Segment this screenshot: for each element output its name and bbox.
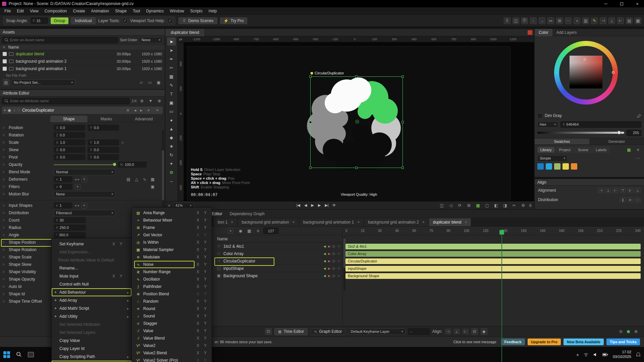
keyframe-layer-dropdown[interactable]: Default Keyframe Layer [348,328,406,335]
individual-button[interactable]: Individual [71,17,96,24]
playhead-grip[interactable] [499,230,504,235]
library-tab[interactable]: Scene [575,147,591,153]
loop-circle-icon[interactable]: ○ [338,274,340,278]
sort-icon[interactable]: ≡ [255,228,261,234]
context-menu-item[interactable]: Add Utility [52,312,131,320]
behaviour-menu-item[interactable]: √ Value X Y [132,327,212,335]
next-keyframe-icon[interactable]: ▶ [328,274,330,278]
next-message-hint[interactable]: Click to see next message [453,340,496,344]
statusbar-button[interactable]: Tips and Tricks [606,339,640,345]
add-input-shape-button[interactable] [82,203,87,208]
align-keys-left-icon[interactable]: ⊣ [445,329,451,334]
scatter-icon[interactable]: ∴ [530,17,537,24]
snapshot-icon[interactable]: ◫ [438,202,445,209]
minimize-button[interactable] [599,0,612,7]
hex-mode-dropdown[interactable]: Hex [537,121,558,128]
color-subtab[interactable]: Swatches [535,138,589,144]
color-swatch[interactable] [554,163,560,170]
menubar-item[interactable]: Scripts [187,7,206,14]
close-tab-icon[interactable] [231,220,233,225]
next-keyframe-icon[interactable]: ▶ [328,267,330,270]
loop-circle-icon[interactable]: ○ [338,252,340,255]
next-keyframe-icon[interactable]: ▶ [328,252,330,255]
context-menu-item[interactable]: Set Keyframe X Y [52,240,131,248]
close-tab-icon[interactable] [292,220,295,225]
align-bottom-icon[interactable]: ⊥ [635,188,641,193]
windows-start-button[interactable] [3,351,10,358]
behaviour-menu-item[interactable]: V² Value2 Blend X Y [132,349,212,357]
selection-handle[interactable] [401,121,404,123]
direct-select-tool[interactable]: ➤ [167,46,176,54]
add-deformer-button[interactable] [82,177,87,182]
context-menu-item[interactable]: Copy Value [52,337,131,345]
behaviour-menu-item[interactable]: ∿ Noise X Y [132,261,212,268]
next-keyframe-icon[interactable]: ▶ [328,245,330,248]
alert-icon[interactable] [528,30,532,35]
selection-handle[interactable] [355,167,358,169]
loop-circle-icon[interactable]: ○ [338,259,340,263]
prev-frame-icon[interactable]: ◀ [304,203,307,207]
asset-row[interactable]: background grid animation 1 30.00fps 192… [0,65,165,72]
context-menu-item[interactable]: Add Behaviour [52,288,131,296]
play-icon[interactable]: ▷ [333,274,335,278]
close-tab-icon[interactable] [357,220,360,225]
eye-icon[interactable]: ◉ [8,108,11,113]
panel-icon[interactable]: ◫ [513,17,519,24]
color-swatch[interactable] [546,163,552,170]
skew-x-field[interactable]: X0.0 [54,147,85,153]
behaviour-menu-item[interactable]: ▦ Material Sampler X Y [132,246,212,253]
snap-angle-input[interactable]: #15 [31,17,48,24]
asset-search-input[interactable]: Enter an Asset name [2,37,118,43]
align-middle-v-icon[interactable]: ⊩ [627,188,633,193]
rows-icon[interactable]: ▤ [626,17,633,24]
attribute-tab[interactable]: Shape [50,116,88,122]
more-icon[interactable]: ⋯ [635,155,641,162]
filters-field[interactable]: ≡0 [54,184,72,190]
hue-selector[interactable] [612,71,614,74]
zoom-plus-icon[interactable]: ⊕ [139,98,145,104]
refresh-icon[interactable]: ⟳ [457,202,463,209]
mask-icon[interactable]: ◨ [502,202,508,209]
dots-grid-icon[interactable]: ⠿ [504,17,511,24]
filter-stack-icon[interactable]: ▣ [149,183,156,190]
editor-tab[interactable]: Dependency Graph [230,212,265,216]
save-icon[interactable]: ▣ [155,79,162,86]
close-button[interactable] [631,0,644,7]
context-menu-item[interactable]: Copy Layer Id [52,345,131,353]
frame-f-icon[interactable]: Ⓕ [521,17,528,24]
asset-row[interactable]: background grid animation 2 30.00fps 192… [0,58,165,65]
skew-y-field[interactable]: Y0.0 [88,147,119,153]
monitor-icon[interactable]: ▢ [484,202,490,209]
distribute-space-icon[interactable]: ⋯ [635,197,641,202]
link-icon[interactable]: ∞ [121,140,124,144]
attribute-layer-bar[interactable]: ▾ ◉ ○ ∷ CircularDuplicator ≡ ◂ ▸ ⌖ [2,107,163,114]
next-keyframe-icon[interactable]: ▶ [328,259,330,263]
jump-end-icon[interactable]: ▶| [325,203,328,207]
twirl-icon[interactable]: ▾ [4,109,6,112]
prev-keyframe-icon[interactable]: ◀ [323,267,326,270]
align-right-icon[interactable]: ⊢ [612,188,619,193]
context-menu-item[interactable]: Set Selected Layers [52,328,131,337]
next-icon[interactable]: ▸ [139,107,143,114]
menubar-item[interactable]: Window [167,7,187,14]
speaker-icon[interactable] [593,353,598,357]
behaviour-menu-item[interactable]: ∫ Pathfinder X Y [132,283,212,290]
sort-order-dropdown[interactable]: None [139,37,163,43]
distribute-v-icon[interactable]: ≡ [627,197,633,202]
loop-icon[interactable]: ⟳ [333,203,336,207]
demo-scenes-button[interactable]: ⠿Demo Scenes [178,17,217,24]
color-chip[interactable] [537,113,542,118]
context-menu-item[interactable]: Add Expression... [52,248,131,256]
alpha-knob[interactable] [617,131,621,134]
opacity-slider[interactable] [54,162,115,168]
behaviour-menu-item[interactable]: ≑ Round X Y [132,305,212,312]
add-filter-button[interactable] [75,184,80,190]
group-button[interactable]: Group [51,17,68,24]
align-keys-right-icon[interactable]: ⊢ [463,329,469,334]
menubar-item[interactable]: Dynamics [143,7,167,14]
loop-circle-icon[interactable]: ○ [338,244,340,248]
layer-row[interactable]: ▣ Background Shape ◀ ▶ ▷ ○ [214,272,342,280]
behaviour-menu-item[interactable]: V² Value2 X Y [132,342,212,349]
settings-tool[interactable]: ⚙ [167,168,176,176]
color-panel-tab[interactable]: Color [535,29,552,36]
